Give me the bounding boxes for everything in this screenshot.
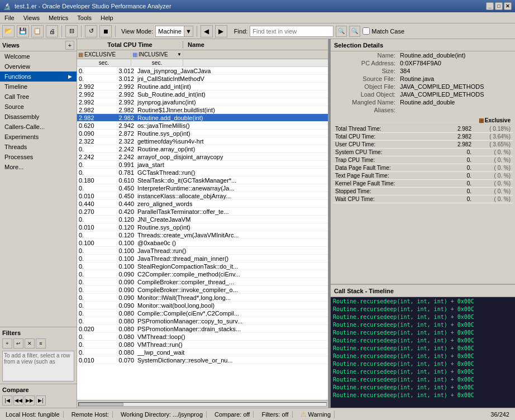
table-row[interactable]: 0. 0.100 StealRegionCompactionTask::do_i… bbox=[77, 262, 328, 270]
sidebar-item-source[interactable]: Source bbox=[0, 102, 77, 112]
table-row[interactable]: 0. 0.090 Monitor::wait(bool,long,bool) bbox=[77, 302, 328, 309]
filter-add-button[interactable]: + bbox=[2, 338, 12, 349]
filter-edit-button[interactable]: ↩ bbox=[13, 338, 23, 349]
open-button[interactable]: 📂 bbox=[2, 25, 15, 37]
match-case-input[interactable] bbox=[363, 27, 370, 35]
table-row[interactable]: 0. 0.991 java_start bbox=[77, 161, 328, 169]
minimize-button[interactable]: _ bbox=[486, 2, 494, 10]
filter-delete-button[interactable]: ✕ bbox=[25, 338, 35, 349]
sidebar-item-overview[interactable]: Overview bbox=[0, 61, 77, 71]
sidebar-item-threads[interactable]: Threads bbox=[0, 142, 77, 152]
compare-btn1[interactable]: |◀ bbox=[2, 395, 12, 405]
table-row[interactable]: 0.010 0.120 Routine.sys_op(int) bbox=[77, 223, 328, 231]
table-row[interactable]: 0. 0.080 Compile::Compile(ciEnv*,C2Compi… bbox=[77, 309, 328, 317]
table-row[interactable]: 2.242 2.242 arrayof_oop_disjoint_arrayco… bbox=[77, 153, 328, 161]
table-row[interactable]: 0.010 0.450 instanceKlass::allocate_objA… bbox=[77, 192, 328, 200]
horizontal-scrollbar[interactable] bbox=[77, 400, 328, 408]
menu-help[interactable]: Help bbox=[98, 14, 116, 22]
table-row[interactable]: 0. 2.242 Routine.array_op(int) bbox=[77, 145, 328, 153]
find-prev-button[interactable]: 🔍 bbox=[336, 26, 347, 37]
sidebar-item-experiments[interactable]: Experiments bbox=[0, 132, 77, 142]
sidebar-item-callers[interactable]: Callers-Calle... bbox=[0, 122, 77, 132]
menu-metrics[interactable]: Metrics bbox=[46, 14, 70, 22]
table-row[interactable]: 0. 0.080 VMThread::loop() bbox=[77, 333, 328, 341]
table-row[interactable]: 0. 0.100 JavaThread::thread_main_inner() bbox=[77, 255, 328, 262]
table-row[interactable]: 0. 0.090 CompileBroker::invoke_compiler_… bbox=[77, 286, 328, 294]
reload-button[interactable]: ↺ bbox=[85, 25, 97, 37]
table-row[interactable]: 0.020 0.080 PSPromotionManager::drain_st… bbox=[77, 325, 328, 333]
table-row[interactable]: 0. 0.120 JNI_CreateJavaVM bbox=[77, 216, 328, 223]
compare-btn4[interactable]: ▶| bbox=[36, 395, 46, 405]
find-input[interactable] bbox=[250, 26, 333, 37]
table-row[interactable]: 0.620 2.942 os::javaTimeMillis() bbox=[77, 122, 328, 130]
callstack-row[interactable]: Routine.recursedeep(int, int, int) + 0x0… bbox=[331, 375, 515, 383]
stop-button[interactable]: ⏹ bbox=[99, 25, 112, 37]
find-next-button[interactable]: 🔍 bbox=[349, 26, 360, 37]
table-row[interactable]: 0. 0.080 __lwp_cond_wait bbox=[77, 349, 328, 356]
maximize-button[interactable]: □ bbox=[495, 2, 503, 10]
callstack-row[interactable]: Routine.recursedeep(int, int, int) + 0x0… bbox=[331, 383, 515, 391]
callstack-row[interactable]: Routine.recursedeep(int, int, int) + 0x0… bbox=[331, 321, 515, 328]
callstack-row[interactable]: Routine.recursedeep(int, int, int) + 0x0… bbox=[331, 352, 515, 360]
save-button[interactable]: 💾 bbox=[17, 25, 29, 37]
sidebar-item-functions[interactable]: Functions ▶ bbox=[0, 71, 77, 82]
detail-object-row: Object File: JAVA_COMPILED_METHODS bbox=[331, 83, 515, 90]
back-button[interactable]: ◀ bbox=[201, 25, 213, 37]
table-row[interactable]: 0.180 0.610 StealTask::do_it(GCTaskManag… bbox=[77, 176, 328, 184]
compare-btn2[interactable]: ◀◀ bbox=[13, 395, 23, 405]
table-row[interactable]: 0. 0.090 CompileBroker::compiler_thread_… bbox=[77, 278, 328, 286]
table-row[interactable]: 2.322 2.322 gettimeofday%sun4v-hrt bbox=[77, 137, 328, 145]
table-row[interactable]: 0. 0.090 Monitor::IWait(Thread*,long,lon… bbox=[77, 294, 328, 302]
forward-button[interactable]: ▶ bbox=[215, 25, 227, 37]
sidebar-item-call-tree[interactable]: Call Tree bbox=[0, 92, 77, 102]
table-row[interactable]: 0.100 0.100 @0xabae0c () bbox=[77, 239, 328, 247]
sidebar-item-more[interactable]: More... bbox=[0, 162, 77, 172]
callstack-row[interactable]: Routine.recursedeep(int, int, int) + 0x0… bbox=[331, 367, 515, 375]
callstack-row[interactable]: Routine.recursedeep(int, int, int) + 0x0… bbox=[331, 344, 515, 352]
copy-button[interactable]: 📋 bbox=[31, 25, 44, 37]
table-row[interactable]: 0.440 0.440 zero_aligned_words bbox=[77, 200, 328, 208]
table-row[interactable]: 0.090 2.872 Routine.sys_op(int) bbox=[77, 130, 328, 137]
table-row[interactable]: 2.992 2.992 Sub_Routine.add_int(int) bbox=[77, 90, 328, 98]
view-mode-arrow[interactable]: ▼ bbox=[184, 26, 193, 36]
sidebar-item-welcome[interactable]: Welcome bbox=[0, 51, 77, 61]
scrollbar-thumb[interactable] bbox=[79, 403, 123, 406]
callstack-row[interactable]: Routine.recursedeep(int, int, int) + 0x0… bbox=[331, 328, 515, 336]
table-row[interactable]: 2.992 2.992 jsynprog.javafunc(int) bbox=[77, 98, 328, 106]
table-row[interactable]: 0. 0.080 VMThread::run() bbox=[77, 341, 328, 349]
close-button[interactable]: ✕ bbox=[504, 2, 512, 10]
callstack-row[interactable]: Routine.recursedeep(int, int, int) + 0x0… bbox=[331, 305, 515, 313]
table-row[interactable]: 0. 3.012 Java_jsynprog_JavaCJava bbox=[77, 67, 328, 75]
callstack-row[interactable]: Routine.recursedeep(int, int, int) + 0x0… bbox=[331, 297, 515, 305]
table-row[interactable]: 0. 0.100 JavaThread::run() bbox=[77, 247, 328, 255]
sidebar-item-disassembly[interactable]: Disassembly bbox=[0, 112, 77, 122]
view-mode-select[interactable]: Machine ▼ bbox=[155, 26, 193, 37]
compare-btn3[interactable]: ▶▶ bbox=[25, 395, 35, 405]
menu-file[interactable]: File bbox=[2, 14, 17, 22]
table-row[interactable]: 0. 0.120 Threads::create_vm(JavaVMInitAr… bbox=[77, 231, 328, 239]
callstack-row[interactable]: Routine.recursedeep(int, int, int) + 0x0… bbox=[331, 360, 515, 367]
scrollbar-track[interactable] bbox=[78, 402, 327, 407]
table-row[interactable]: 0. 0.450 InterpreterRuntime::anewarray(J… bbox=[77, 184, 328, 192]
table-row[interactable]: 0. 3.012 jni_CallStaticIntMethodV bbox=[77, 75, 328, 83]
menu-tools[interactable]: Tools bbox=[75, 14, 94, 22]
callstack-row[interactable]: Routine.recursedeep(int, int, int) + 0x0… bbox=[331, 336, 515, 344]
match-case-checkbox[interactable]: Match Case bbox=[363, 27, 404, 35]
sidebar-item-processes[interactable]: Processes bbox=[0, 152, 77, 162]
table-row[interactable]: 0. 0.090 C2Compiler::compile_method(ciEn… bbox=[77, 270, 328, 278]
filter-menu-button[interactable]: ≡ bbox=[36, 338, 46, 349]
callstack-row[interactable]: Routine.recursedeep(int, int, int) + 0x0… bbox=[331, 391, 515, 399]
table-row[interactable]: 0. 0.080 PSPromotionManager::copy_to_sur… bbox=[77, 317, 328, 325]
print-button[interactable]: 🖨 bbox=[46, 25, 58, 37]
sidebar-item-timeline[interactable]: Timeline bbox=[0, 82, 77, 92]
callstack-row[interactable]: Routine.recursedeep(int, int, int) + 0x0… bbox=[331, 313, 515, 321]
table-row[interactable]: 2.982 2.982 Routine$1JInner.buildlist(in… bbox=[77, 106, 328, 114]
table-row[interactable]: 0.010 0.070 SystemDictionary::resolve_or… bbox=[77, 356, 328, 364]
menu-views[interactable]: Views bbox=[21, 14, 42, 22]
filter-button[interactable]: ⊟ bbox=[65, 25, 78, 37]
table-row[interactable]: 0.270 0.420 ParallelTaskTerminator::offe… bbox=[77, 208, 328, 216]
table-row[interactable]: 2.992 2.992 Routine.add_int(int) bbox=[77, 83, 328, 90]
table-row[interactable]: 2.982 2.982 Routine.add_double(int) bbox=[77, 114, 328, 122]
add-view-button[interactable]: + bbox=[65, 41, 74, 50]
table-row[interactable]: 0. 0.781 GCTaskThread::run() bbox=[77, 169, 328, 176]
